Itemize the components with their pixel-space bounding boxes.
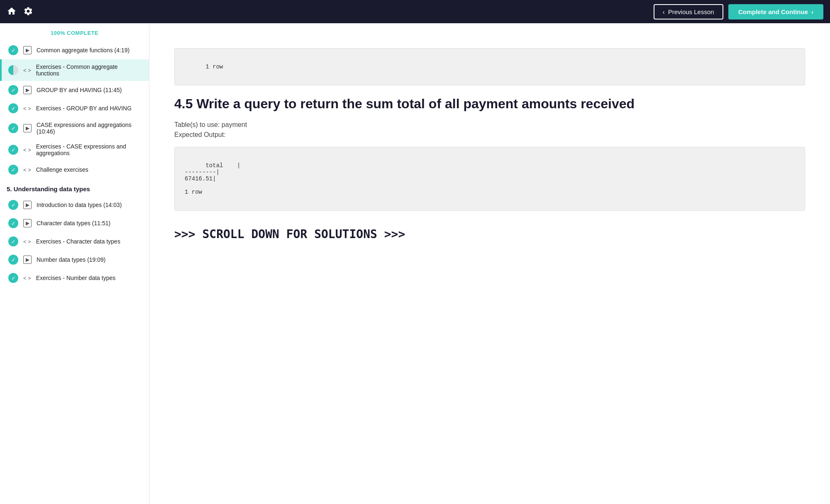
section-5-header: 5. Understanding data types — [0, 179, 149, 196]
nav-left — [7, 6, 33, 17]
video-icon: ▶ — [23, 124, 32, 132]
check-icon: ✓ — [8, 236, 18, 246]
sidebar-item-label: Introduction to data types (14:03) — [37, 202, 122, 208]
sidebar-item-exercises-group-by[interactable]: ✓ < > Exercises - GROUP BY and HAVING — [0, 99, 149, 117]
check-icon: ✓ — [8, 255, 18, 265]
video-icon: ▶ — [23, 46, 32, 54]
table-meta: Table(s) to use: payment — [174, 121, 805, 129]
check-icon: ✓ — [8, 45, 18, 55]
half-complete-icon — [8, 65, 18, 75]
sidebar-item-label: Number data types (19:09) — [37, 256, 106, 263]
top-nav: ‹ Previous Lesson Complete and Continue … — [0, 0, 830, 23]
sidebar-item-exercises-number[interactable]: ✓ < > Exercises - Number data types — [0, 269, 149, 287]
check-icon: ✓ — [8, 123, 18, 133]
sidebar-item-label: Exercises - Common aggregate functions — [36, 63, 142, 77]
progress-label: 100% COMPLETE — [0, 23, 149, 41]
code-brackets-icon: < > — [23, 67, 31, 73]
sidebar-item-character-types[interactable]: ✓ ▶ Character data types (11:51) — [0, 214, 149, 232]
sidebar-item-label: Challenge exercises — [36, 166, 88, 173]
complete-label: Complete and Continue — [738, 8, 808, 15]
scroll-cta: >>> SCROLL DOWN FOR SOLUTIONS >>> — [174, 227, 805, 241]
code-brackets-icon: < > — [23, 239, 31, 245]
home-button[interactable] — [7, 6, 17, 17]
prev-lesson-label: Previous Lesson — [668, 8, 714, 15]
check-icon: ✓ — [8, 85, 18, 95]
prev-arrow-icon: ‹ — [663, 8, 665, 15]
code-brackets-icon: < > — [23, 275, 31, 281]
sidebar-item-label: Exercises - GROUP BY and HAVING — [36, 105, 132, 112]
sidebar-item-intro-data-types[interactable]: ✓ ▶ Introduction to data types (14:03) — [0, 196, 149, 214]
sidebar: 100% COMPLETE ✓ ▶ Common aggregate funct… — [0, 23, 149, 504]
sidebar-item-group-by[interactable]: ✓ ▶ GROUP BY and HAVING (11:45) — [0, 81, 149, 99]
sidebar-item-case-expressions[interactable]: ✓ ▶ CASE expressions and aggregations (1… — [0, 117, 149, 139]
video-icon: ▶ — [23, 86, 32, 94]
next-arrow-icon: › — [811, 8, 813, 15]
video-icon: ▶ — [23, 256, 32, 264]
settings-button[interactable] — [23, 6, 33, 17]
code-brackets-icon: < > — [23, 167, 31, 173]
check-icon: ✓ — [8, 200, 18, 210]
sidebar-item-label: Exercises - Character data types — [36, 238, 120, 245]
video-icon: ▶ — [23, 219, 32, 227]
output-code-block: total | ---------| 67416.51| 1 row — [174, 147, 805, 211]
lesson-title: 4.5 Write a query to return the sum tota… — [174, 95, 805, 113]
check-icon: ✓ — [8, 165, 18, 175]
code-brackets-icon: < > — [23, 105, 31, 112]
sidebar-item-exercises-character[interactable]: ✓ < > Exercises - Character data types — [0, 232, 149, 251]
sidebar-item-challenge[interactable]: ✓ < > Challenge exercises — [0, 161, 149, 179]
sidebar-item-label: CASE expressions and aggregations (10:46… — [37, 122, 142, 135]
nav-right: ‹ Previous Lesson Complete and Continue … — [654, 4, 823, 19]
sidebar-item-common-agg[interactable]: ✓ ▶ Common aggregate functions (4:19) — [0, 41, 149, 59]
main-content: 1 row 4.5 Write a query to return the su… — [149, 23, 830, 504]
prev-lesson-button[interactable]: ‹ Previous Lesson — [654, 4, 723, 19]
check-icon: ✓ — [8, 145, 18, 155]
sidebar-item-label: Common aggregate functions (4:19) — [37, 47, 129, 54]
sidebar-item-number-types[interactable]: ✓ ▶ Number data types (19:09) — [0, 251, 149, 269]
expected-output-label: Expected Output: — [174, 131, 805, 139]
complete-continue-button[interactable]: Complete and Continue › — [728, 4, 823, 19]
sidebar-item-exercises-case[interactable]: ✓ < > Exercises - CASE expressions and a… — [0, 139, 149, 161]
sidebar-item-exercises-common-agg[interactable]: < > Exercises - Common aggregate functio… — [0, 59, 149, 81]
top-code-block: 1 row — [174, 48, 805, 85]
sidebar-item-label: Exercises - CASE expressions and aggrega… — [36, 143, 142, 156]
sidebar-item-label: Exercises - Number data types — [36, 275, 115, 281]
sidebar-item-label: Character data types (11:51) — [37, 220, 110, 226]
check-icon: ✓ — [8, 218, 18, 228]
code-brackets-icon: < > — [23, 147, 31, 153]
check-icon: ✓ — [8, 273, 18, 283]
main-layout: 100% COMPLETE ✓ ▶ Common aggregate funct… — [0, 23, 830, 504]
sidebar-item-label: GROUP BY and HAVING (11:45) — [37, 87, 122, 93]
video-icon: ▶ — [23, 201, 32, 209]
check-icon: ✓ — [8, 103, 18, 113]
